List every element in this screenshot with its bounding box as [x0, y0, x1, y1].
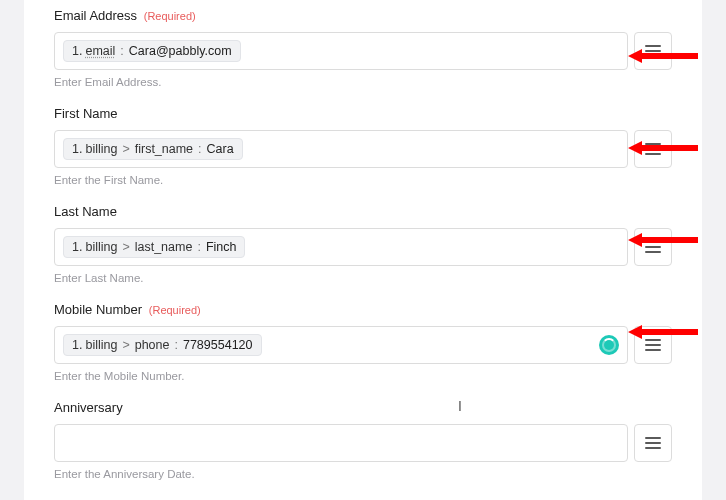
required-badge: (Required)	[144, 10, 196, 22]
tag-path: email	[85, 44, 115, 58]
label-email-text: Email Address	[54, 8, 137, 23]
tag-sep: :	[198, 142, 201, 156]
label-anniversary: Anniversary	[54, 400, 672, 415]
tag-value: Finch	[206, 240, 237, 254]
input-first-name[interactable]: 1. billing > first_name : Cara	[54, 130, 628, 168]
helper-mobile: Enter the Mobile Number.	[54, 370, 672, 382]
label-email: Email Address (Required)	[54, 8, 672, 23]
hamburger-icon	[645, 437, 661, 449]
field-mobile: Mobile Number (Required) 1. billing > ph…	[54, 302, 672, 382]
map-menu-button-first-name[interactable]	[634, 130, 672, 168]
required-badge: (Required)	[149, 304, 201, 316]
input-mobile[interactable]: 1. billing > phone : 7789554120	[54, 326, 628, 364]
helper-email: Enter Email Address.	[54, 76, 672, 88]
field-email: Email Address (Required) 1. email : Cara…	[54, 0, 672, 88]
field-first-name: First Name 1. billing > first_name : Car…	[54, 106, 672, 186]
input-last-name[interactable]: 1. billing > last_name : Finch	[54, 228, 628, 266]
tag-path1: billing	[85, 240, 117, 254]
tag-first-name[interactable]: 1. billing > first_name : Cara	[63, 138, 243, 160]
map-menu-button-mobile[interactable]	[634, 326, 672, 364]
tag-gt: >	[122, 240, 129, 254]
tag-mobile[interactable]: 1. billing > phone : 7789554120	[63, 334, 262, 356]
hamburger-icon	[645, 143, 661, 155]
tag-step: 1.	[72, 142, 82, 156]
tag-path2: first_name	[135, 142, 193, 156]
hamburger-icon	[645, 241, 661, 253]
label-mobile-text: Mobile Number	[54, 302, 142, 317]
helper-anniversary: Enter the Anniversary Date.	[54, 468, 672, 480]
loading-spinner-icon	[599, 335, 619, 355]
helper-first-name: Enter the First Name.	[54, 174, 672, 186]
hamburger-icon	[645, 339, 661, 351]
tag-sep: :	[120, 44, 123, 58]
form-panel: Email Address (Required) 1. email : Cara…	[24, 0, 702, 500]
tag-email[interactable]: 1. email : Cara@pabbly.com	[63, 40, 241, 62]
input-email[interactable]: 1. email : Cara@pabbly.com	[54, 32, 628, 70]
helper-last-name: Enter Last Name.	[54, 272, 672, 284]
tag-step: 1.	[72, 240, 82, 254]
label-mobile: Mobile Number (Required)	[54, 302, 672, 317]
tag-path1: billing	[85, 338, 117, 352]
tag-path2: last_name	[135, 240, 193, 254]
tag-value: Cara	[207, 142, 234, 156]
tag-path1: billing	[85, 142, 117, 156]
tag-gt: >	[122, 338, 129, 352]
tag-step: 1.	[72, 338, 82, 352]
label-first-name: First Name	[54, 106, 672, 121]
field-last-name: Last Name 1. billing > last_name : Finch…	[54, 204, 672, 284]
map-menu-button-last-name[interactable]	[634, 228, 672, 266]
hamburger-icon	[645, 45, 661, 57]
map-menu-button-anniversary[interactable]	[634, 424, 672, 462]
map-menu-button-email[interactable]	[634, 32, 672, 70]
tag-path2: phone	[135, 338, 170, 352]
tag-last-name[interactable]: 1. billing > last_name : Finch	[63, 236, 245, 258]
tag-value: 7789554120	[183, 338, 253, 352]
label-last-name: Last Name	[54, 204, 672, 219]
tag-step: 1.	[72, 44, 82, 58]
input-anniversary[interactable]	[54, 424, 628, 462]
tag-gt: >	[122, 142, 129, 156]
field-anniversary: Anniversary Enter the Anniversary Date.	[54, 400, 672, 480]
tag-sep: :	[174, 338, 177, 352]
tag-sep: :	[197, 240, 200, 254]
tag-value: Cara@pabbly.com	[129, 44, 232, 58]
